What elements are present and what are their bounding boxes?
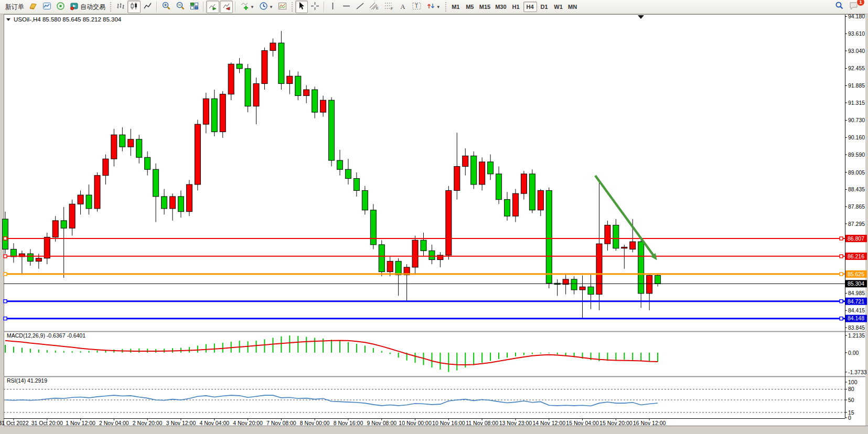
equidistant-channel-button[interactable]: E xyxy=(367,1,381,13)
vertical-line-button[interactable] xyxy=(327,1,339,13)
candle-body xyxy=(245,69,251,106)
line-anchor-handle[interactable] xyxy=(4,317,7,320)
macd-histogram-bar xyxy=(281,337,282,353)
line-anchor-handle[interactable] xyxy=(4,273,7,276)
macd-histogram-bar xyxy=(172,348,173,353)
candle-body xyxy=(412,240,418,267)
price-tick-label: 93.040 xyxy=(848,48,865,54)
rsi-tick-label: 0 xyxy=(848,415,851,421)
notifications-button[interactable]: 1 xyxy=(846,1,861,13)
periods-button[interactable]: ▼ xyxy=(257,1,275,13)
timeframe-m5-button[interactable]: M5 xyxy=(463,2,477,12)
signals-button[interactable] xyxy=(54,1,67,13)
dropdown-arrow-icon: ▼ xyxy=(269,5,273,9)
line-anchor-handle[interactable] xyxy=(4,237,7,240)
text-label-button[interactable]: T xyxy=(410,1,424,13)
zoom-in-button[interactable] xyxy=(159,1,173,13)
price-tick-label: 94.180 xyxy=(848,14,865,19)
fibonacci-button[interactable]: F xyxy=(382,1,396,13)
cursor-button[interactable] xyxy=(295,1,308,13)
candle-body xyxy=(94,176,100,209)
candle-body xyxy=(362,190,368,210)
candle-body xyxy=(211,99,217,132)
macd-histogram-bar xyxy=(55,351,56,353)
bar-chart-type-button[interactable] xyxy=(114,1,127,13)
candle-body xyxy=(605,225,610,244)
candle-body xyxy=(638,242,644,294)
tile-windows-button[interactable] xyxy=(188,1,201,13)
indicators-button[interactable]: ▼ xyxy=(238,1,256,13)
time-label: 8 Nov 16:00 xyxy=(334,420,363,426)
trendline-button[interactable] xyxy=(353,1,367,13)
chart-background xyxy=(4,14,865,426)
candle-body xyxy=(312,90,318,112)
zoom-out-button[interactable] xyxy=(174,1,187,13)
price-tag-label: 84.721 xyxy=(848,298,864,305)
line-anchor-handle[interactable] xyxy=(4,300,7,303)
candle-body xyxy=(521,174,527,193)
candle-body xyxy=(186,185,192,212)
macd-histogram-bar xyxy=(373,348,374,353)
candle-body xyxy=(446,190,452,255)
candle-body xyxy=(111,135,117,159)
chart-canvas[interactable]: 86.80786.21685.62585.30484.72184.14894.1… xyxy=(0,14,868,434)
new-chart-button[interactable] xyxy=(27,1,40,13)
candle-body xyxy=(546,190,552,283)
macd-histogram-bar xyxy=(390,353,391,354)
line-anchor-handle[interactable] xyxy=(4,255,7,258)
time-axis: 31 Oct 202231 Oct 20:001 Nov 12:002 Nov … xyxy=(0,418,666,426)
timeframe-d1-button[interactable]: D1 xyxy=(538,2,551,12)
rsi-tick-label: 50 xyxy=(848,397,854,403)
candle-body xyxy=(203,99,209,124)
line-anchor-handle[interactable] xyxy=(840,273,843,276)
line-chart-type-button[interactable] xyxy=(141,1,154,13)
search-button[interactable] xyxy=(832,1,846,13)
new-order-button[interactable]: 新订单 xyxy=(3,1,26,13)
candle-body xyxy=(61,221,67,228)
autotrading-button[interactable]: 自动交易 xyxy=(68,1,108,13)
time-label: 31 Oct 2022 xyxy=(0,420,29,426)
line-anchor-handle[interactable] xyxy=(840,317,843,320)
timeframe-h1-button[interactable]: H1 xyxy=(509,2,523,12)
timeframe-h4-button[interactable]: H4 xyxy=(523,2,537,12)
chart-shift-button[interactable] xyxy=(220,1,233,13)
macd-histogram-bar xyxy=(80,351,81,353)
line-anchor-handle[interactable] xyxy=(840,255,843,258)
timeframe-m1-button[interactable]: M1 xyxy=(449,2,463,12)
timeframe-m30-button[interactable]: M30 xyxy=(493,2,508,12)
timeframe-m15-button[interactable]: M15 xyxy=(477,2,492,12)
market-watch-button[interactable] xyxy=(40,1,53,13)
price-tag-label: 85.304 xyxy=(848,280,864,287)
auto-scroll-icon xyxy=(208,2,217,13)
candle-body xyxy=(621,247,627,248)
candle-body xyxy=(580,287,585,290)
candle-chart-type-button[interactable] xyxy=(127,1,141,13)
price-tick-label: 87.295 xyxy=(848,221,865,227)
line-anchor-handle[interactable] xyxy=(840,237,843,240)
candle-body xyxy=(588,287,594,294)
macd-histogram-bar xyxy=(231,342,232,353)
price-tick-label: 83.845 xyxy=(848,324,865,331)
time-label: 8 Nov 00:00 xyxy=(300,420,330,426)
timeframe-mn-button[interactable]: MN xyxy=(566,2,580,12)
macd-histogram-bar xyxy=(549,353,550,353)
line-anchor-handle[interactable] xyxy=(840,300,843,303)
auto-scroll-button[interactable] xyxy=(206,1,219,13)
text-icon: A xyxy=(400,3,405,11)
macd-tick-label: -1.3733 xyxy=(848,369,867,375)
crosshair-button[interactable] xyxy=(308,1,322,13)
time-label: 9 Nov 08:00 xyxy=(367,420,397,426)
timeframe-w1-button[interactable]: W1 xyxy=(552,2,565,12)
candle-body xyxy=(596,244,602,294)
cursor-icon xyxy=(297,2,305,12)
horizontal-line-button[interactable] xyxy=(340,1,353,13)
candle-body xyxy=(370,210,376,245)
arrows-button[interactable]: ▼ xyxy=(424,1,443,13)
templates-button[interactable] xyxy=(276,1,289,13)
price-tick-label: 89.005 xyxy=(848,169,865,176)
macd-histogram-bar xyxy=(5,345,6,353)
text-button[interactable]: A xyxy=(397,1,409,13)
time-label: 7 Nov 08:00 xyxy=(266,420,296,426)
svg-text:E: E xyxy=(376,6,379,10)
macd-tick-label: 0.00 xyxy=(848,350,859,356)
